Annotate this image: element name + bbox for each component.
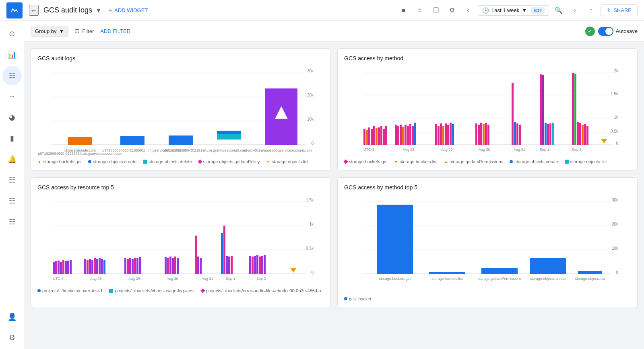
svg-text:10k: 10k: [612, 246, 619, 250]
chart-gcs-method-top5: GCS access by method top 5 30k 20k 10k 0: [337, 177, 638, 308]
bar-method-9: [383, 129, 385, 145]
bar-aug29-7: [450, 123, 452, 145]
legend-item-objects-list: ▼ storage.objects.list: [266, 159, 308, 164]
bar-sep1-teal: [552, 123, 554, 145]
panel-icon-button[interactable]: ■: [397, 4, 410, 17]
bar-aug28-1: [395, 125, 397, 145]
next-button[interactable]: ›: [568, 4, 581, 17]
svg-text:storage.getIamPermissions: storage.getIamPermissions: [477, 277, 522, 281]
bar-method-3: [368, 127, 370, 145]
bar-aug30-1: [475, 123, 477, 145]
legend-item-3-usage: projects/_/buckets/cbaer-usage-logs-test: [109, 288, 194, 293]
back-button[interactable]: ←: [29, 5, 39, 16]
res-sep1-1: [226, 256, 228, 274]
res-bar-8: [70, 260, 72, 274]
share-icon: ⇧: [607, 7, 611, 13]
res-aug31-3: [200, 258, 202, 274]
svg-text:Aug 28: Aug 28: [90, 277, 102, 281]
legend-label-objects-create: storage.objects.create: [93, 159, 136, 164]
bar-aug30-3: [480, 123, 482, 145]
top-nav: ← GCS audit logs ▼ + ADD WIDGET ■ ☆ ❐ ⚙ …: [0, 0, 644, 21]
group-by-dropdown-icon: ▼: [59, 28, 64, 34]
search-button[interactable]: 🔍: [552, 4, 565, 17]
legend-label-3-error: projects/_/buckets/error-audio-files-ebe…: [206, 288, 321, 293]
legend-label-2-buckets-list: storage.buckets.list: [400, 159, 438, 164]
res-triangle-down: [290, 268, 297, 273]
bar-method-10: [385, 126, 387, 145]
res-sep2-6: [261, 256, 263, 274]
sidebar-item-home[interactable]: ⊙: [2, 24, 22, 43]
add-filter-button[interactable]: ADD FILTER: [100, 28, 130, 34]
sidebar-item-reports[interactable]: ☷: [2, 212, 22, 232]
legend-icon-2-buckets-get: [343, 159, 348, 164]
bar-p971828-218859: [169, 135, 193, 145]
res-sep1-spike-pink: [223, 226, 225, 274]
sidebar-item-metrics[interactable]: →: [2, 87, 22, 106]
svg-text:0: 0: [311, 141, 314, 146]
res-aug29-6: [136, 258, 138, 274]
fullscreen-button[interactable]: ❐: [429, 4, 442, 17]
svg-text:Sep 2: Sep 2: [256, 277, 266, 281]
sidebar-item-user[interactable]: 👤: [2, 307, 22, 326]
bar-sep2-1: [577, 122, 579, 145]
chart-title-3: GCS access by resource top 5: [37, 184, 324, 191]
res-aug28-7: [99, 258, 101, 274]
share-button[interactable]: ⇧ SHARE: [601, 4, 638, 16]
res-aug31-2: [197, 257, 199, 274]
prev-button[interactable]: ‹: [462, 4, 475, 17]
bar-method-8: [380, 126, 382, 145]
legend-icon-objects-getiampolicy: [198, 159, 202, 164]
group-by-button[interactable]: Group by ▼: [31, 26, 68, 37]
add-widget-button[interactable]: + ADD WIDGET: [108, 7, 148, 14]
legend-icon-objects-list: ▼: [266, 160, 270, 164]
bar-aug28-3: [400, 125, 402, 145]
autosave-switch[interactable]: [598, 27, 613, 36]
res-aug30-2: [167, 258, 169, 274]
sidebar-item-grid[interactable]: ☷: [2, 66, 22, 85]
filter-button[interactable]: ☴ Filter: [75, 28, 94, 34]
res-aug30-1: [165, 257, 167, 274]
res-bar-6: [65, 261, 67, 274]
bar-sep1-1: [545, 123, 547, 145]
svg-text:Sep 1: Sep 1: [226, 277, 235, 281]
res-aug29-2: [127, 259, 129, 274]
chart-gcs-audit-logs: GCS audit logs 30k 20k 10k 0: [31, 48, 331, 171]
svg-text:Aug 30: Aug 30: [167, 277, 178, 281]
svg-text:Sep 2: Sep 2: [572, 148, 582, 152]
legend-item-2-objects-list: storage.objects.list: [565, 159, 607, 164]
sidebar-item-dashboard[interactable]: 📊: [2, 45, 22, 64]
svg-text:0: 0: [616, 270, 618, 275]
sidebar-item-charts[interactable]: ▮: [2, 129, 22, 148]
title-dropdown-icon[interactable]: ▼: [95, 7, 102, 14]
bar-aug30-4: [483, 124, 485, 145]
settings-button[interactable]: ⚙: [446, 4, 458, 17]
time-range-display[interactable]: 🕑 Last 1 week ▼ EDT: [478, 6, 549, 15]
svg-text:Aug 31: Aug 31: [514, 148, 525, 152]
sidebar-item-alerts[interactable]: 🔔: [2, 150, 22, 169]
chart-area-3: 1.5k 1k 0.5k 0: [37, 195, 324, 285]
sidebar-item-logs[interactable]: ☷: [2, 191, 22, 211]
compare-button[interactable]: ↕: [584, 4, 597, 17]
res-sep1-spike-blue: [221, 233, 223, 274]
sidebar-item-settings[interactable]: ⚙: [2, 328, 22, 347]
bar-aug29-1: [435, 124, 437, 145]
time-selector[interactable]: 🕑 Last 1 week ▼ EDT: [478, 5, 549, 16]
svg-text:sd-uxr-001@appspot.gserviceacc: sd-uxr-001@appspot.gserviceaccount.com: [243, 148, 312, 152]
star-button[interactable]: ☆: [413, 4, 426, 17]
bar-sep2-3: [584, 124, 586, 145]
res-bar-7: [67, 261, 69, 274]
legend-icon-buckets-get: ▲: [37, 160, 41, 164]
chart-svg-4: 30k 20k 10k 0: [344, 195, 631, 292]
sidebar-item-explore[interactable]: ◕: [2, 108, 22, 127]
bar-aug28-blue: [414, 123, 416, 145]
legend-label-objects-list: storage.objects.list: [272, 159, 308, 164]
bar-sep1-spike-purple: [542, 75, 544, 145]
clock-icon: 🕑: [482, 7, 489, 14]
sidebar-item-monitor[interactable]: ☷: [2, 170, 22, 190]
bar-aug29-6: [447, 125, 449, 145]
bar-cbaer: [68, 137, 92, 145]
res-aug30-4: [172, 258, 174, 274]
bar-method-top5-getiamperm: [481, 268, 518, 274]
res-aug30-3: [169, 257, 171, 274]
svg-text:1k: 1k: [614, 115, 619, 119]
